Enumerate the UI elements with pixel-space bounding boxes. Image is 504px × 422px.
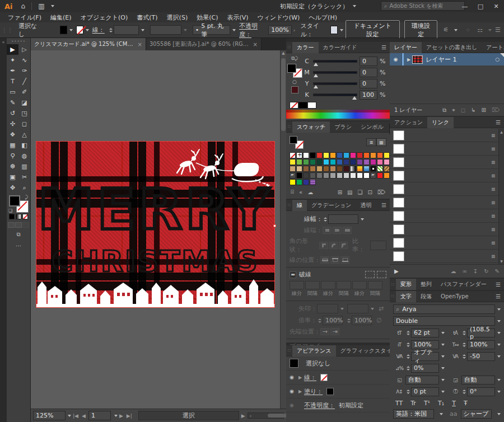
swatch[interactable]: [316, 159, 323, 165]
fill-attr-label[interactable]: 塗り：: [304, 387, 323, 396]
align-center-button[interactable]: [320, 256, 329, 264]
strikethrough-toggle[interactable]: Ŧ: [464, 400, 468, 407]
swatch-fill-proxy[interactable]: [290, 136, 297, 144]
arrow-start-field[interactable]: [317, 304, 338, 313]
bevel-join-button[interactable]: [339, 242, 348, 249]
home-icon[interactable]: ⌂: [21, 2, 26, 10]
selection-tool[interactable]: ▶: [7, 44, 18, 55]
stroke-weight-field[interactable]: [114, 25, 139, 35]
magic-wand-tool[interactable]: ✦: [7, 55, 18, 65]
panel-menu-icon[interactable]: ☰: [378, 44, 390, 50]
brush-definition-arrow[interactable]: [232, 29, 236, 31]
artboard-number-field[interactable]: 1: [88, 411, 111, 420]
swatch[interactable]: [316, 152, 323, 158]
tab-close-icon[interactable]: ×: [253, 41, 258, 48]
swatch[interactable]: [343, 152, 349, 158]
opacity-field[interactable]: 100%: [268, 25, 291, 35]
language-arrow[interactable]: [440, 413, 443, 415]
panel-grip[interactable]: ∷: [286, 45, 292, 50]
zoom-arrow[interactable]: [68, 415, 71, 417]
christmas-card-artwork[interactable]: MERRY CHRISTMAS: [36, 142, 274, 307]
fill-proxy-swatch[interactable]: [9, 195, 20, 207]
tab-transform[interactable]: 変形: [396, 279, 416, 290]
panel-menu-icon[interactable]: ☰: [492, 293, 504, 299]
aki-right-field[interactable]: 自動: [461, 376, 495, 385]
swatch[interactable]: [303, 152, 309, 158]
toolbar-grip[interactable]: •••••: [7, 38, 30, 44]
layer-name[interactable]: レイヤー 1: [426, 55, 456, 64]
swatch[interactable]: [323, 159, 329, 165]
stroke-weight-stepper[interactable]: [109, 28, 113, 32]
menu-item[interactable]: 表示(V): [222, 13, 253, 22]
web-safe-icon[interactable]: ⎔: [292, 79, 297, 85]
leading-field[interactable]: (108.5 p: [467, 329, 495, 337]
swatch[interactable]: [296, 159, 302, 165]
close-button[interactable]: ✕: [488, 0, 504, 12]
slider-thumb[interactable]: [352, 96, 357, 100]
direct-selection-tool[interactable]: ▷: [18, 44, 30, 55]
links-scrollbar[interactable]: ▲ ▼: [498, 129, 504, 264]
visibility-eye-icon[interactable]: ◉: [290, 374, 298, 380]
layer-row[interactable]: ◉ ▶ レイヤー 1 ○: [390, 53, 504, 65]
panel-menu-icon[interactable]: ☰: [378, 202, 390, 208]
select-similar-arrow[interactable]: [454, 29, 458, 31]
link-row[interactable]: ⧈: [390, 209, 498, 223]
tab-align[interactable]: 整列: [416, 279, 436, 290]
relink-from-cloud-icon[interactable]: ☁: [450, 268, 456, 274]
menu-item[interactable]: 効果(C): [192, 13, 222, 22]
round-join-button[interactable]: [329, 242, 338, 249]
round-cap-button[interactable]: [333, 227, 342, 234]
new-swatch-icon[interactable]: ⊡: [367, 189, 372, 195]
swatch[interactable]: [310, 166, 316, 172]
mesh-tool[interactable]: ▦: [7, 140, 18, 151]
channel-slider[interactable]: [313, 82, 357, 85]
arrow-end-field[interactable]: [347, 304, 368, 313]
swatch[interactable]: [330, 159, 336, 165]
swatch[interactable]: [384, 172, 390, 179]
swatch[interactable]: [363, 159, 370, 165]
show-swatch-kinds-icon[interactable]: ⊞: [338, 189, 342, 195]
swatch[interactable]: [363, 172, 370, 179]
swatch[interactable]: [384, 152, 390, 158]
gradient-mode-button[interactable]: [16, 214, 21, 219]
selection-handle[interactable]: [273, 224, 276, 227]
link-row[interactable]: ⧈: [390, 250, 498, 263]
tab-paragraph[interactable]: 段落: [416, 291, 436, 302]
swatch[interactable]: [377, 172, 383, 179]
visibility-eye-icon[interactable]: ◉: [290, 402, 298, 408]
swatch[interactable]: [310, 152, 316, 158]
font-family-field[interactable]: ⌕ Arya: [393, 304, 495, 314]
miter-join-button[interactable]: [319, 242, 328, 249]
menu-item[interactable]: ファイル(F): [3, 13, 46, 22]
swatch[interactable]: [377, 152, 383, 158]
go-to-link-icon[interactable]: ↧: [473, 268, 478, 274]
status-flyout-icon[interactable]: ▶: [241, 413, 245, 419]
swatch[interactable]: [377, 159, 383, 165]
style-arrow[interactable]: [340, 29, 343, 31]
white-swatch[interactable]: [307, 102, 316, 109]
color-themes-icon[interactable]: «: [299, 189, 302, 195]
font-style-arrow[interactable]: [497, 320, 501, 322]
fill-attribute-row[interactable]: ◉ ▶ 塗り：: [286, 385, 390, 398]
new-color-group-icon[interactable]: ❏: [358, 189, 363, 195]
select-similar-icon[interactable]: ⚟: [443, 26, 449, 34]
opacity-flyout-arrow[interactable]: ›: [293, 27, 296, 33]
slider-thumb[interactable]: [314, 85, 318, 88]
channel-value-field[interactable]: 0: [360, 57, 377, 66]
opacity-attr-label[interactable]: 不透明度：: [304, 401, 335, 410]
swatch[interactable]: [384, 159, 390, 165]
tab-stroke[interactable]: 線: [292, 200, 307, 211]
minimize-button[interactable]: —: [457, 0, 473, 12]
stroke-attribute-row[interactable]: ◉ ▶ 線：: [286, 371, 390, 385]
anti-alias-field[interactable]: シャープ: [461, 409, 492, 419]
column-graph-tool[interactable]: ▥: [18, 161, 30, 172]
tab-asset-export[interactable]: アセットの書き出し: [422, 42, 482, 53]
swap-fill-stroke-icon[interactable]: ⤸: [25, 194, 28, 200]
language-field[interactable]: 英語：米国: [393, 409, 434, 419]
opacity-label[interactable]: 不透明度：: [239, 22, 265, 39]
swatch[interactable]: [343, 172, 349, 179]
list-view-button[interactable]: ≣: [366, 138, 376, 146]
swatch[interactable]: [303, 172, 309, 179]
swatch[interactable]: [290, 166, 296, 172]
menu-item[interactable]: ウィンドウ(W): [253, 13, 305, 22]
